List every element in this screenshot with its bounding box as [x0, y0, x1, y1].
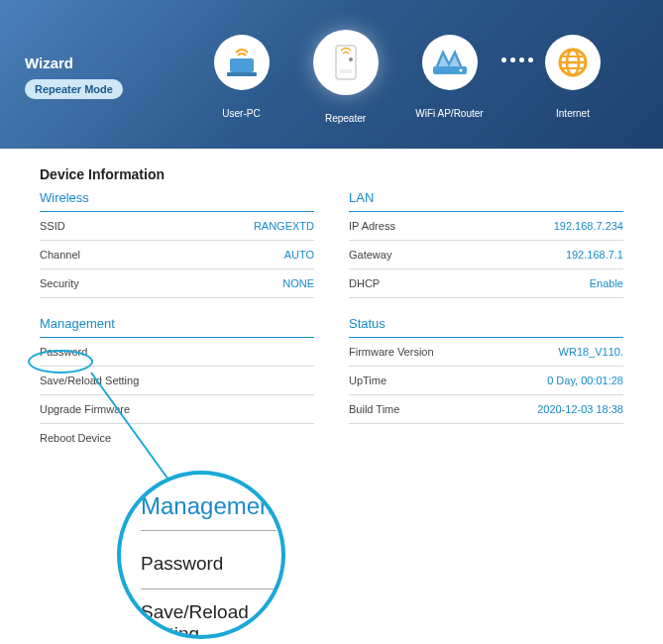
wireless-header: Wireless [40, 190, 314, 212]
management-item-save-reload[interactable]: Save/Reload Setting [40, 367, 314, 395]
topology-label: Internet [533, 108, 612, 119]
row-link[interactable]: Save/Reload Setting [40, 375, 314, 386]
row-label: Firmware Version [349, 346, 434, 358]
userpc-icon [214, 35, 270, 90]
content-area: Device Information Wireless SSID RANGEXT… [0, 149, 663, 452]
row-label: Security [40, 277, 79, 289]
row-value: NONE [282, 277, 314, 289]
device-info-title: Device Information [40, 166, 623, 182]
row-value: WR18_V110. [559, 346, 623, 358]
row-link[interactable]: Reboot Device [40, 432, 314, 444]
row-label: Gateway [349, 249, 391, 261]
topology-node-router: WiFi AP/Router [397, 35, 501, 119]
status-row: Build Time 2020-12-03 18:38 [349, 395, 623, 424]
router-icon [422, 35, 478, 90]
wireless-row: SSID RANGEXTD [40, 212, 314, 241]
management-item-upgrade[interactable]: Upgrade Firmware [40, 395, 314, 424]
wireless-column: Wireless SSID RANGEXTD Channel AUTO Secu… [40, 190, 314, 452]
row-link[interactable]: Upgrade Firmware [40, 403, 314, 415]
management-item-reboot[interactable]: Reboot Device [40, 424, 314, 452]
wizard-header: Wizard Repeater Mode User-PC [0, 0, 663, 149]
internet-icon [545, 35, 601, 90]
lan-row: IP Adress 192.168.7.234 [349, 212, 623, 241]
info-columns: Wireless SSID RANGEXTD Channel AUTO Secu… [40, 190, 623, 452]
mode-badge: Repeater Mode [25, 79, 123, 99]
row-label: IP Adress [349, 220, 395, 232]
topology-connection-dots [501, 57, 533, 62]
lan-row: DHCP Enable [349, 269, 623, 298]
row-value: 0 Day, 00:01:28 [547, 375, 623, 386]
row-label: Build Time [349, 403, 399, 415]
management-header: Management [40, 316, 314, 338]
repeater-icon [313, 30, 379, 95]
svg-rect-1 [227, 72, 257, 76]
row-value: 2020-12-03 18:38 [537, 403, 623, 415]
row-value: 192.168.7.1 [566, 249, 623, 261]
topology-diagram: User-PC Repeater [164, 30, 638, 124]
wizard-title: Wizard [25, 54, 164, 71]
lan-column: LAN IP Adress 192.168.7.234 Gateway 192.… [349, 190, 623, 452]
svg-point-3 [349, 57, 353, 61]
status-row: Firmware Version WR18_V110. [349, 338, 623, 367]
row-value: AUTO [284, 249, 314, 261]
status-header: Status [349, 316, 623, 338]
svg-rect-2 [336, 46, 356, 79]
topology-label: Repeater [293, 113, 397, 124]
wireless-row: Security NONE [40, 269, 314, 298]
svg-point-6 [459, 69, 462, 72]
row-value: Enable [590, 277, 623, 289]
row-value: 192.168.7.234 [554, 220, 623, 232]
topology-node-repeater: Repeater [293, 30, 397, 124]
topology-label: WiFi AP/Router [397, 108, 501, 119]
svg-rect-0 [230, 58, 254, 72]
row-link[interactable]: Password [40, 346, 314, 358]
row-label: DHCP [349, 277, 380, 289]
row-value: RANGEXTD [254, 220, 314, 232]
row-label: SSID [40, 220, 65, 232]
topology-node-userpc: User-PC [189, 35, 293, 119]
header-left: Wizard Repeater Mode [25, 54, 164, 99]
status-row: UpTime 0 Day, 00:01:28 [349, 367, 623, 395]
svg-rect-4 [340, 69, 352, 73]
topology-node-internet: Internet [533, 35, 612, 119]
management-item-password[interactable]: Password [40, 338, 314, 367]
row-label: Channel [40, 249, 80, 261]
wireless-row: Channel AUTO [40, 241, 314, 269]
lan-header: LAN [349, 190, 623, 212]
row-label: UpTime [349, 375, 387, 386]
lan-row: Gateway 192.168.7.1 [349, 241, 623, 269]
topology-label: User-PC [189, 108, 293, 119]
